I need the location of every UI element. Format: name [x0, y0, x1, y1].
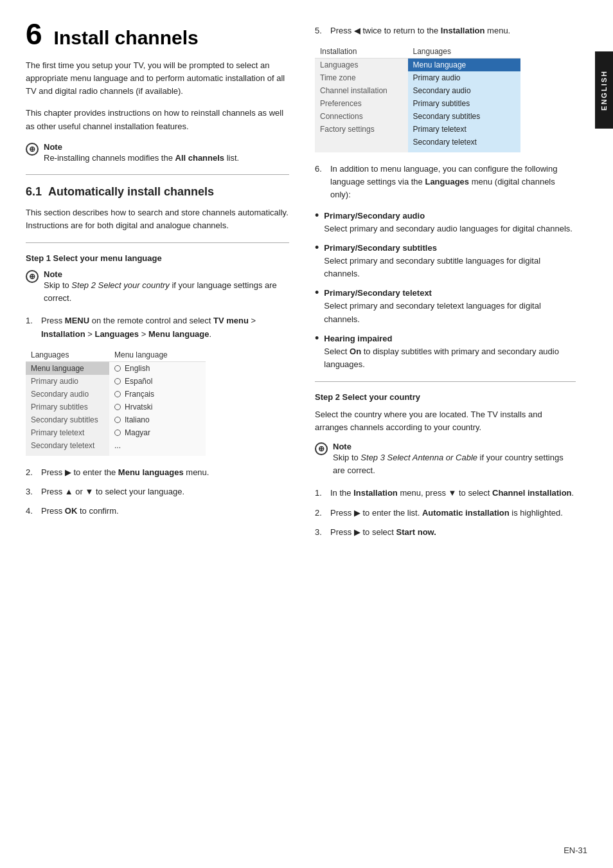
install-header-right: Languages — [408, 45, 520, 59]
bullet-hearing-impaired: • Hearing impairedSelect On to display s… — [315, 332, 576, 371]
step1-item3: 3. Press ▲ or ▼ to select your language. — [26, 485, 289, 498]
install-header-left: Installation — [315, 45, 408, 59]
menu1-row3: Secondary audio Français — [26, 388, 206, 401]
menu1-right-5: Italiano — [109, 413, 206, 426]
section-title: Automatically install channels — [48, 185, 214, 199]
step6-item: 6. In addition to menu language, you can… — [315, 163, 576, 201]
section-number: 6.1 — [26, 185, 42, 199]
install-row7: Secondary teletext — [315, 136, 520, 149]
page-number: EN-31 — [564, 845, 587, 855]
menu1-header-left: Languages — [26, 348, 109, 362]
side-tab-label: ENGLISH — [600, 70, 608, 111]
menu1-row4: Primary subtitles Hrvatski — [26, 401, 206, 413]
step1-item2: 2. Press ▶ to enter the Menu languages m… — [26, 466, 289, 479]
menu1-right-3: Français — [109, 388, 206, 401]
note-icon: ⊕ — [26, 143, 39, 156]
note-content: Note Re-installing channels modifies the… — [44, 142, 239, 165]
install-row6: Factory settings Primary teletext — [315, 123, 520, 136]
menu1-row1: Menu language English — [26, 361, 206, 375]
menu1-row6: Primary teletext Magyar — [26, 426, 206, 439]
step1-note-content: Note Skip to Step 2 Select your country … — [44, 269, 289, 304]
menu1-left-6: Primary teletext — [26, 426, 109, 439]
step2-note: ⊕ Note Skip to Step 3 Select Antenna or … — [315, 442, 576, 476]
menu1-left-5: Secondary subtitles — [26, 413, 109, 426]
bullet-primary-secondary-teletext: • Primary/Secondary teletextSelect prima… — [315, 287, 576, 325]
bullet-primary-secondary-subtitles: • Primary/Secondary subtitlesSelect prim… — [315, 242, 576, 280]
menu1-left-4: Primary subtitles — [26, 401, 109, 413]
left-column: 6 Install channels The first time you se… — [26, 19, 308, 842]
step2-note-icon: ⊕ — [315, 442, 328, 455]
step2-note-text: Skip to Step 3 Select Antenna or Cable i… — [333, 453, 564, 475]
step1-list: 1. Press MENU on the remote control and … — [26, 314, 289, 340]
menu1-row2: Primary audio Español — [26, 375, 206, 388]
menu1-row8 — [26, 452, 206, 456]
menu-screenshot-1: Languages Menu language Menu language En… — [26, 348, 206, 456]
step5-item: 5. Press ◀ twice to return to the Instal… — [315, 24, 576, 37]
menu1-right-6: Magyar — [109, 426, 206, 439]
divider2 — [26, 242, 289, 243]
step6-list: 6. In addition to menu language, you can… — [315, 163, 576, 201]
install-row8 — [315, 149, 520, 152]
step1-note-icon: ⊕ — [26, 270, 39, 283]
install-row2: Time zone Primary audio — [315, 71, 520, 84]
step2-note-content: Note Skip to Step 3 Select Antenna or Ca… — [333, 442, 576, 476]
bullet-primary-secondary-audio: • Primary/Secondary audioSelect primary … — [315, 210, 576, 235]
step1-list-cont: 2. Press ▶ to enter the Menu languages m… — [26, 466, 289, 518]
install-row4: Preferences Primary subtitles — [315, 97, 520, 110]
menu1-right-2: Español — [109, 375, 206, 388]
install-row3: Channel installation Secondary audio — [315, 84, 520, 97]
chapter-title: Install channels — [54, 27, 199, 49]
install-row5: Connections Secondary subtitles — [315, 110, 520, 123]
step1-note-text: Skip to Step 2 Select your country if yo… — [44, 280, 277, 303]
section-61-heading: 6.1 Automatically install channels — [26, 185, 289, 199]
step2-description: Select the country where you are located… — [315, 408, 576, 434]
chapter-intro2: This chapter provides instructions on ho… — [26, 107, 289, 132]
menu1-row7: Secondary teletext ... — [26, 439, 206, 452]
step2-heading: Step 2 Select your country — [315, 392, 576, 402]
chapter-note-text: Re-installing channels modifies the All … — [44, 153, 239, 163]
step2-item3: 3. Press ▶ to select Start now. — [315, 526, 576, 539]
divider1 — [26, 174, 289, 175]
chapter-note: ⊕ Note Re-installing channels modifies t… — [26, 142, 289, 165]
menu1-left-7: Secondary teletext — [26, 439, 109, 452]
step1-heading: Step 1 Select your menu language — [26, 253, 289, 263]
step2-item1: 1. In the Installation menu, press ▼ to … — [315, 487, 576, 500]
side-tab: ENGLISH — [595, 51, 613, 129]
install-row1: Languages Menu language — [315, 59, 520, 72]
step5-list: 5. Press ◀ twice to return to the Instal… — [315, 24, 576, 37]
menu1-left-1: Menu language — [26, 361, 109, 375]
menu1-right-1: English — [109, 361, 206, 375]
chapter-heading: 6 Install channels — [26, 19, 289, 49]
step1-item1: 1. Press MENU on the remote control and … — [26, 314, 289, 340]
step2-list: 1. In the Installation menu, press ▼ to … — [315, 487, 576, 538]
section61-description: This section describes how to search and… — [26, 206, 289, 232]
language-settings-list: • Primary/Secondary audioSelect primary … — [315, 210, 576, 372]
step1-note: ⊕ Note Skip to Step 2 Select your countr… — [26, 269, 289, 304]
chapter-number: 6 — [26, 19, 42, 49]
menu1-left-2: Primary audio — [26, 375, 109, 388]
menu1-right-7: ... — [109, 439, 206, 452]
step2-item2: 2. Press ▶ to enter the list. Automatic … — [315, 507, 576, 520]
chapter-intro1: The first time you setup your TV, you wi… — [26, 59, 289, 98]
right-column: 5. Press ◀ twice to return to the Instal… — [308, 19, 576, 842]
menu1-right-4: Hrvatski — [109, 401, 206, 413]
menu1-row5: Secondary subtitles Italiano — [26, 413, 206, 426]
menu1-left-3: Secondary audio — [26, 388, 109, 401]
menu1-header-right: Menu language — [109, 348, 206, 362]
step1-item4: 4. Press OK to confirm. — [26, 505, 289, 518]
install-menu-screenshot: Installation Languages Languages Menu la… — [315, 45, 520, 152]
divider-step2 — [315, 381, 576, 382]
